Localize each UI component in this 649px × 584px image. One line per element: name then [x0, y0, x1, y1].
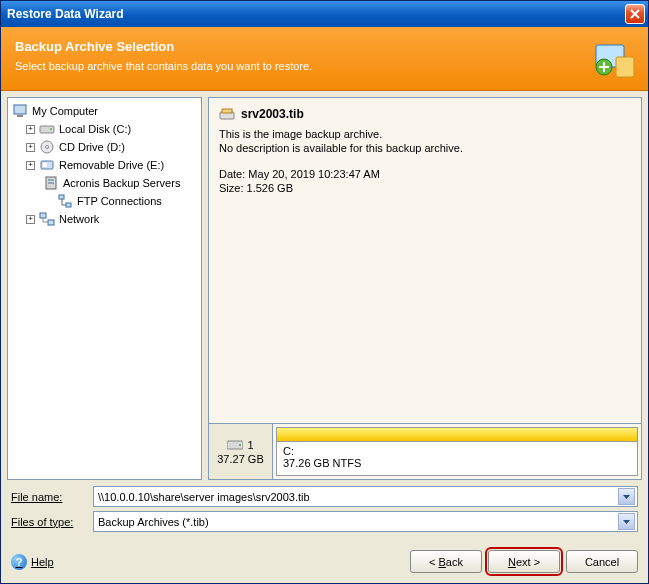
svg-point-21	[239, 444, 241, 446]
tree-pane[interactable]: My Computer + Local Disk (C:) + CD Drive…	[7, 97, 202, 480]
cancel-button[interactable]: Cancel	[566, 550, 638, 573]
tree-item-label: Removable Drive (E:)	[59, 159, 164, 171]
tree-item-local-disk[interactable]: + Local Disk (C:)	[10, 120, 199, 138]
svg-rect-19	[222, 109, 232, 113]
footer: ? Help < Back Next > Cancel	[1, 544, 648, 583]
cd-icon	[39, 139, 55, 155]
form-rows: File name: \\10.0.0.10\share\server imag…	[7, 484, 642, 538]
wizard-header: Backup Archive Selection Select backup a…	[1, 27, 648, 91]
removable-icon	[39, 157, 55, 173]
tree-root-label: My Computer	[32, 105, 98, 117]
svg-rect-2	[616, 57, 634, 77]
disk-icon	[39, 121, 55, 137]
expand-icon[interactable]: +	[26, 161, 35, 170]
tree-item-label: Local Disk (C:)	[59, 123, 131, 135]
file-desc-2: No description is available for this bac…	[219, 142, 631, 154]
svg-rect-17	[48, 220, 54, 225]
tree-item-label: CD Drive (D:)	[59, 141, 125, 153]
filename-row: File name: \\10.0.0.10\share\server imag…	[11, 486, 638, 507]
tree-item-label: Network	[59, 213, 99, 225]
file-name: srv2003.tib	[241, 107, 304, 121]
tree-item-acronis-servers[interactable]: Acronis Backup Servers	[10, 174, 199, 192]
help-label: Help	[31, 556, 54, 568]
partition-stripe	[276, 427, 638, 441]
wizard-header-icon	[590, 35, 638, 83]
tree-item-label: Acronis Backup Servers	[63, 177, 180, 189]
filename-combo[interactable]: \\10.0.0.10\share\server images\srv2003.…	[93, 486, 638, 507]
filename-value: \\10.0.0.10\share\server images\srv2003.…	[98, 491, 618, 503]
chevron-down-icon	[623, 495, 630, 499]
svg-rect-16	[40, 213, 46, 218]
wizard-subtitle: Backup Archive Selection	[15, 39, 634, 54]
expand-icon[interactable]: +	[26, 125, 35, 134]
wizard-description: Select backup archive that contains data…	[15, 60, 634, 72]
svg-rect-3	[14, 105, 26, 114]
computer-icon	[12, 103, 28, 119]
partition-desc: 37.26 GB NTFS	[283, 457, 631, 469]
chevron-down-icon	[623, 520, 630, 524]
tree-item-removable[interactable]: + Removable Drive (E:)	[10, 156, 199, 174]
tree-item-ftp[interactable]: FTP Connections	[10, 192, 199, 210]
file-size: Size: 1.526 GB	[219, 182, 631, 194]
dropdown-button[interactable]	[618, 488, 635, 505]
network-icon	[39, 211, 55, 227]
tree-item-cd-drive[interactable]: + CD Drive (D:)	[10, 138, 199, 156]
tree-item-label: FTP Connections	[77, 195, 162, 207]
partition-cell[interactable]: C: 37.26 GB NTFS	[276, 441, 638, 476]
svg-point-6	[50, 128, 52, 130]
file-heading: srv2003.tib	[219, 106, 631, 122]
tree-root[interactable]: My Computer	[10, 102, 199, 120]
content-area: My Computer + Local Disk (C:) + CD Drive…	[1, 91, 648, 544]
restore-wizard-window: Restore Data Wizard Backup Archive Selec…	[0, 0, 649, 584]
window-title: Restore Data Wizard	[7, 7, 124, 21]
tree-item-network[interactable]: + Network	[10, 210, 199, 228]
partition-name: C:	[283, 445, 631, 457]
disk-bar: 1 37.27 GB C: 37.26 GB NTFS	[209, 423, 641, 479]
back-button[interactable]: < Back	[410, 550, 482, 573]
help-icon: ?	[11, 554, 27, 570]
disk-count: 1	[247, 439, 253, 451]
expand-icon[interactable]: +	[26, 215, 35, 224]
ftp-icon	[57, 193, 73, 209]
svg-rect-10	[43, 163, 47, 167]
dropdown-button[interactable]	[618, 513, 635, 530]
archive-icon	[219, 106, 235, 122]
next-button[interactable]: Next >	[488, 550, 560, 573]
close-icon	[630, 9, 640, 19]
svg-rect-15	[66, 203, 71, 207]
disk-summary: 1 37.27 GB	[209, 424, 273, 479]
help-link[interactable]: ? Help	[11, 554, 54, 570]
panes: My Computer + Local Disk (C:) + CD Drive…	[7, 97, 642, 480]
expand-icon[interactable]: +	[26, 143, 35, 152]
svg-rect-4	[17, 115, 23, 117]
svg-point-8	[46, 146, 49, 149]
file-pane: srv2003.tib This is the image backup arc…	[208, 97, 642, 480]
file-info: srv2003.tib This is the image backup arc…	[209, 98, 641, 423]
hdd-icon	[227, 439, 243, 451]
partition-view[interactable]: C: 37.26 GB NTFS	[273, 424, 641, 479]
filetype-combo[interactable]: Backup Archives (*.tib)	[93, 511, 638, 532]
file-date: Date: May 20, 2019 10:23:47 AM	[219, 168, 631, 180]
filetype-label: Files of type:	[11, 516, 87, 528]
svg-rect-5	[40, 126, 54, 133]
svg-rect-13	[48, 182, 54, 184]
disk-total: 37.27 GB	[217, 453, 263, 465]
filetype-row: Files of type: Backup Archives (*.tib)	[11, 511, 638, 532]
svg-rect-12	[48, 179, 54, 181]
svg-rect-14	[59, 195, 64, 199]
close-button[interactable]	[625, 4, 645, 24]
filename-label: File name:	[11, 491, 87, 503]
titlebar[interactable]: Restore Data Wizard	[1, 1, 648, 27]
file-desc-1: This is the image backup archive.	[219, 128, 631, 140]
server-icon	[43, 175, 59, 191]
filetype-value: Backup Archives (*.tib)	[98, 516, 618, 528]
